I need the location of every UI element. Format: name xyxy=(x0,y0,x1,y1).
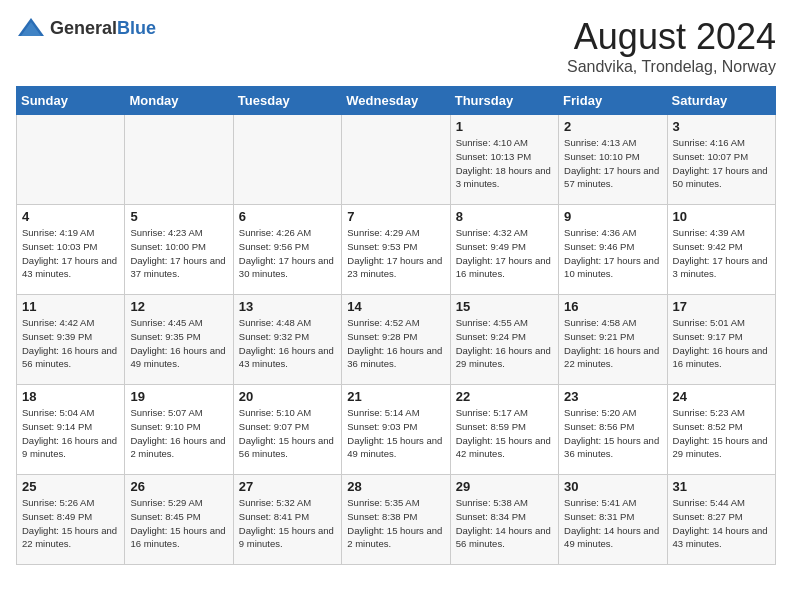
table-row xyxy=(233,115,341,205)
day-info: Sunrise: 4:36 AM Sunset: 9:46 PM Dayligh… xyxy=(564,226,661,281)
day-info: Sunrise: 4:29 AM Sunset: 9:53 PM Dayligh… xyxy=(347,226,444,281)
day-number: 29 xyxy=(456,479,553,494)
day-number: 11 xyxy=(22,299,119,314)
day-info: Sunrise: 4:32 AM Sunset: 9:49 PM Dayligh… xyxy=(456,226,553,281)
table-row: 14Sunrise: 4:52 AM Sunset: 9:28 PM Dayli… xyxy=(342,295,450,385)
day-info: Sunrise: 4:42 AM Sunset: 9:39 PM Dayligh… xyxy=(22,316,119,371)
table-row: 18Sunrise: 5:04 AM Sunset: 9:14 PM Dayli… xyxy=(17,385,125,475)
day-info: Sunrise: 5:01 AM Sunset: 9:17 PM Dayligh… xyxy=(673,316,770,371)
table-row: 9Sunrise: 4:36 AM Sunset: 9:46 PM Daylig… xyxy=(559,205,667,295)
day-info: Sunrise: 5:04 AM Sunset: 9:14 PM Dayligh… xyxy=(22,406,119,461)
day-number: 12 xyxy=(130,299,227,314)
day-info: Sunrise: 4:55 AM Sunset: 9:24 PM Dayligh… xyxy=(456,316,553,371)
table-row: 22Sunrise: 5:17 AM Sunset: 8:59 PM Dayli… xyxy=(450,385,558,475)
table-row: 8Sunrise: 4:32 AM Sunset: 9:49 PM Daylig… xyxy=(450,205,558,295)
day-info: Sunrise: 5:41 AM Sunset: 8:31 PM Dayligh… xyxy=(564,496,661,551)
table-row: 11Sunrise: 4:42 AM Sunset: 9:39 PM Dayli… xyxy=(17,295,125,385)
day-info: Sunrise: 5:17 AM Sunset: 8:59 PM Dayligh… xyxy=(456,406,553,461)
day-info: Sunrise: 4:39 AM Sunset: 9:42 PM Dayligh… xyxy=(673,226,770,281)
title-area: August 2024 Sandvika, Trondelag, Norway xyxy=(567,16,776,76)
table-row: 27Sunrise: 5:32 AM Sunset: 8:41 PM Dayli… xyxy=(233,475,341,565)
header-wednesday: Wednesday xyxy=(342,87,450,115)
calendar-table: Sunday Monday Tuesday Wednesday Thursday… xyxy=(16,86,776,565)
table-row xyxy=(17,115,125,205)
day-number: 4 xyxy=(22,209,119,224)
day-number: 1 xyxy=(456,119,553,134)
header-monday: Monday xyxy=(125,87,233,115)
table-row: 1Sunrise: 4:10 AM Sunset: 10:13 PM Dayli… xyxy=(450,115,558,205)
day-number: 9 xyxy=(564,209,661,224)
day-number: 17 xyxy=(673,299,770,314)
day-number: 21 xyxy=(347,389,444,404)
table-row: 2Sunrise: 4:13 AM Sunset: 10:10 PM Dayli… xyxy=(559,115,667,205)
table-row: 7Sunrise: 4:29 AM Sunset: 9:53 PM Daylig… xyxy=(342,205,450,295)
table-row: 17Sunrise: 5:01 AM Sunset: 9:17 PM Dayli… xyxy=(667,295,775,385)
day-number: 16 xyxy=(564,299,661,314)
table-row: 13Sunrise: 4:48 AM Sunset: 9:32 PM Dayli… xyxy=(233,295,341,385)
table-row: 10Sunrise: 4:39 AM Sunset: 9:42 PM Dayli… xyxy=(667,205,775,295)
table-row: 24Sunrise: 5:23 AM Sunset: 8:52 PM Dayli… xyxy=(667,385,775,475)
month-title: August 2024 xyxy=(567,16,776,58)
calendar-week-row: 4Sunrise: 4:19 AM Sunset: 10:03 PM Dayli… xyxy=(17,205,776,295)
header-sunday: Sunday xyxy=(17,87,125,115)
table-row: 6Sunrise: 4:26 AM Sunset: 9:56 PM Daylig… xyxy=(233,205,341,295)
table-row: 29Sunrise: 5:38 AM Sunset: 8:34 PM Dayli… xyxy=(450,475,558,565)
day-number: 5 xyxy=(130,209,227,224)
day-number: 19 xyxy=(130,389,227,404)
weekday-header-row: Sunday Monday Tuesday Wednesday Thursday… xyxy=(17,87,776,115)
day-number: 14 xyxy=(347,299,444,314)
day-number: 6 xyxy=(239,209,336,224)
day-info: Sunrise: 5:07 AM Sunset: 9:10 PM Dayligh… xyxy=(130,406,227,461)
calendar-week-row: 18Sunrise: 5:04 AM Sunset: 9:14 PM Dayli… xyxy=(17,385,776,475)
day-info: Sunrise: 4:13 AM Sunset: 10:10 PM Daylig… xyxy=(564,136,661,191)
logo-text-blue: Blue xyxy=(117,18,156,38)
day-number: 3 xyxy=(673,119,770,134)
day-number: 10 xyxy=(673,209,770,224)
day-number: 13 xyxy=(239,299,336,314)
table-row xyxy=(342,115,450,205)
day-number: 18 xyxy=(22,389,119,404)
day-number: 2 xyxy=(564,119,661,134)
day-info: Sunrise: 4:19 AM Sunset: 10:03 PM Daylig… xyxy=(22,226,119,281)
table-row: 31Sunrise: 5:44 AM Sunset: 8:27 PM Dayli… xyxy=(667,475,775,565)
calendar-week-row: 25Sunrise: 5:26 AM Sunset: 8:49 PM Dayli… xyxy=(17,475,776,565)
day-number: 28 xyxy=(347,479,444,494)
day-number: 15 xyxy=(456,299,553,314)
header: GeneralBlue August 2024 Sandvika, Tronde… xyxy=(16,16,776,76)
table-row: 16Sunrise: 4:58 AM Sunset: 9:21 PM Dayli… xyxy=(559,295,667,385)
table-row: 5Sunrise: 4:23 AM Sunset: 10:00 PM Dayli… xyxy=(125,205,233,295)
day-info: Sunrise: 5:14 AM Sunset: 9:03 PM Dayligh… xyxy=(347,406,444,461)
day-info: Sunrise: 5:44 AM Sunset: 8:27 PM Dayligh… xyxy=(673,496,770,551)
day-info: Sunrise: 5:29 AM Sunset: 8:45 PM Dayligh… xyxy=(130,496,227,551)
day-info: Sunrise: 5:23 AM Sunset: 8:52 PM Dayligh… xyxy=(673,406,770,461)
day-info: Sunrise: 4:58 AM Sunset: 9:21 PM Dayligh… xyxy=(564,316,661,371)
table-row: 30Sunrise: 5:41 AM Sunset: 8:31 PM Dayli… xyxy=(559,475,667,565)
table-row: 21Sunrise: 5:14 AM Sunset: 9:03 PM Dayli… xyxy=(342,385,450,475)
day-info: Sunrise: 5:35 AM Sunset: 8:38 PM Dayligh… xyxy=(347,496,444,551)
day-info: Sunrise: 5:38 AM Sunset: 8:34 PM Dayligh… xyxy=(456,496,553,551)
day-number: 25 xyxy=(22,479,119,494)
day-info: Sunrise: 4:10 AM Sunset: 10:13 PM Daylig… xyxy=(456,136,553,191)
table-row: 19Sunrise: 5:07 AM Sunset: 9:10 PM Dayli… xyxy=(125,385,233,475)
calendar-week-row: 1Sunrise: 4:10 AM Sunset: 10:13 PM Dayli… xyxy=(17,115,776,205)
day-info: Sunrise: 5:20 AM Sunset: 8:56 PM Dayligh… xyxy=(564,406,661,461)
logo: GeneralBlue xyxy=(16,16,156,40)
table-row xyxy=(125,115,233,205)
table-row: 4Sunrise: 4:19 AM Sunset: 10:03 PM Dayli… xyxy=(17,205,125,295)
header-friday: Friday xyxy=(559,87,667,115)
day-info: Sunrise: 5:32 AM Sunset: 8:41 PM Dayligh… xyxy=(239,496,336,551)
day-number: 30 xyxy=(564,479,661,494)
day-info: Sunrise: 4:16 AM Sunset: 10:07 PM Daylig… xyxy=(673,136,770,191)
day-info: Sunrise: 4:45 AM Sunset: 9:35 PM Dayligh… xyxy=(130,316,227,371)
day-info: Sunrise: 4:23 AM Sunset: 10:00 PM Daylig… xyxy=(130,226,227,281)
table-row: 23Sunrise: 5:20 AM Sunset: 8:56 PM Dayli… xyxy=(559,385,667,475)
day-info: Sunrise: 4:48 AM Sunset: 9:32 PM Dayligh… xyxy=(239,316,336,371)
calendar-week-row: 11Sunrise: 4:42 AM Sunset: 9:39 PM Dayli… xyxy=(17,295,776,385)
header-thursday: Thursday xyxy=(450,87,558,115)
table-row: 20Sunrise: 5:10 AM Sunset: 9:07 PM Dayli… xyxy=(233,385,341,475)
day-info: Sunrise: 5:10 AM Sunset: 9:07 PM Dayligh… xyxy=(239,406,336,461)
day-number: 24 xyxy=(673,389,770,404)
day-number: 23 xyxy=(564,389,661,404)
logo-text-general: General xyxy=(50,18,117,38)
day-number: 27 xyxy=(239,479,336,494)
